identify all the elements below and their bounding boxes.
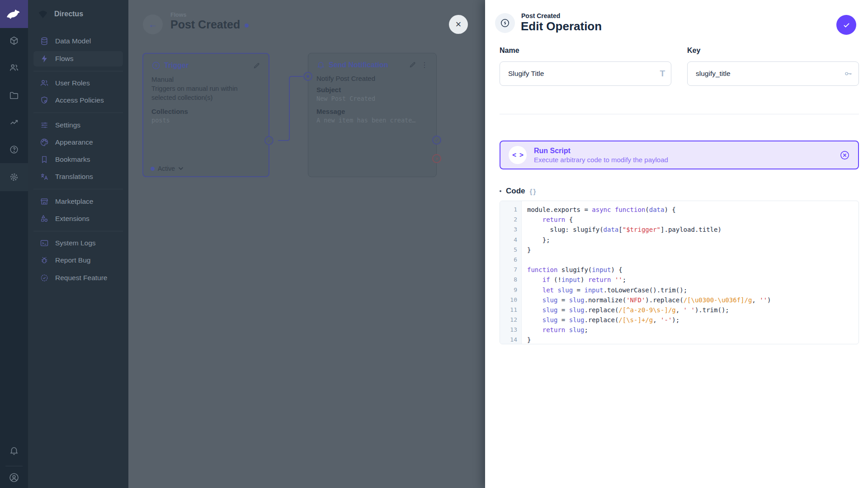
module-users-button[interactable] bbox=[0, 54, 28, 82]
divider bbox=[33, 71, 123, 71]
code-label: Code bbox=[506, 187, 525, 196]
rabbit-logo-icon bbox=[6, 8, 22, 20]
code-lines[interactable]: module.exports = async function(data) { … bbox=[522, 201, 771, 344]
module-bar bbox=[0, 0, 28, 488]
name-input[interactable] bbox=[500, 61, 671, 86]
unsaved-dot bbox=[245, 23, 249, 28]
flow-canvas[interactable]: ← Flows Post Created Trigger Manual Trig… bbox=[128, 0, 485, 488]
users-icon bbox=[40, 79, 49, 88]
module-content-button[interactable] bbox=[0, 27, 28, 55]
drawer-header-icon bbox=[495, 13, 515, 33]
edit-operation-drawer: Post Created Edit Operation Name T Key <… bbox=[485, 0, 868, 488]
sidebar-item-report-bug[interactable]: Report Bug bbox=[33, 253, 123, 268]
trigger-type: Manual bbox=[151, 75, 260, 83]
run-script-banner[interactable]: < > Run Script Execute arbitrary code to… bbox=[500, 141, 859, 169]
shapes-icon bbox=[40, 214, 49, 223]
trigger-card[interactable]: Trigger Manual Triggers on manual run wi… bbox=[142, 53, 269, 177]
project-name: Directus bbox=[54, 10, 83, 18]
bell-icon bbox=[9, 446, 19, 455]
status-dot bbox=[151, 167, 155, 171]
check-icon bbox=[842, 21, 851, 29]
sidebar-item-marketplace[interactable]: Marketplace bbox=[33, 194, 123, 209]
bell-icon bbox=[316, 61, 325, 69]
trigger-description: Triggers on manual run within selected c… bbox=[151, 84, 260, 102]
deselect-circle-x-icon[interactable] bbox=[840, 150, 850, 160]
code-editor[interactable]: 1234567891011121314 module.exports = asy… bbox=[500, 201, 859, 344]
directus-logo[interactable] bbox=[0, 0, 28, 28]
page-title: Post Created bbox=[170, 18, 249, 31]
bookmark-icon bbox=[40, 155, 49, 164]
module-files-button[interactable] bbox=[0, 81, 28, 109]
operation-card[interactable]: Send Notification ⋮ Notify Post Created … bbox=[308, 53, 437, 177]
close-icon: × bbox=[456, 19, 462, 30]
banner-subtitle: Execute arbitrary code to modify the pay… bbox=[534, 156, 668, 164]
sliders-icon bbox=[40, 121, 49, 130]
divider bbox=[500, 114, 859, 114]
sidebar-item-data-model[interactable]: Data Model bbox=[33, 33, 123, 49]
translate-icon bbox=[40, 172, 49, 181]
folder-icon bbox=[9, 90, 19, 100]
sidebar-item-request-feature[interactable]: Request Feature bbox=[33, 270, 123, 286]
key-label: Key bbox=[687, 47, 700, 55]
title-case-icon[interactable]: T bbox=[660, 69, 665, 79]
module-settings-button[interactable] bbox=[0, 163, 28, 191]
terminal-icon bbox=[40, 239, 49, 248]
module-insights-button[interactable] bbox=[0, 108, 28, 136]
code-brackets-icon: < > bbox=[509, 146, 527, 164]
chart-icon bbox=[9, 117, 19, 127]
name-field-wrap: T bbox=[500, 61, 671, 86]
flow-status-toggle[interactable]: Active bbox=[151, 165, 184, 172]
project-header[interactable]: Directus bbox=[28, 0, 128, 28]
edit-pencil-icon[interactable] bbox=[253, 62, 260, 70]
sidebar-item-bookmarks[interactable]: Bookmarks bbox=[33, 152, 123, 167]
divider bbox=[33, 113, 123, 113]
divider bbox=[33, 231, 123, 231]
project-fan-icon bbox=[37, 8, 49, 20]
save-button[interactable] bbox=[836, 15, 856, 35]
back-arrow-icon: ← bbox=[148, 19, 157, 30]
operation-name: Notify Post Created bbox=[316, 75, 428, 82]
sidebar-item-flows[interactable]: Flows bbox=[33, 51, 123, 66]
seal-check-icon bbox=[40, 273, 49, 282]
breadcrumb: Flows bbox=[170, 12, 186, 18]
key-input[interactable] bbox=[687, 61, 859, 86]
drawer-breadcrumb: Post Created bbox=[521, 12, 560, 19]
module-help-button[interactable] bbox=[0, 136, 28, 164]
sidebar-item-settings[interactable]: Settings bbox=[33, 117, 123, 133]
cross-icon: × bbox=[435, 156, 438, 161]
sidebar-item-system-logs[interactable]: System Logs bbox=[33, 235, 123, 251]
gear-icon bbox=[9, 172, 19, 182]
key-field-wrap bbox=[687, 61, 859, 86]
message-value: A new item has been create… bbox=[316, 117, 428, 124]
key-icon bbox=[844, 69, 853, 78]
bolt-icon bbox=[40, 54, 49, 63]
required-dot bbox=[500, 190, 501, 192]
resolve-port[interactable]: ✓ bbox=[432, 136, 441, 145]
notifications-button[interactable] bbox=[0, 436, 28, 465]
cube-icon bbox=[9, 36, 19, 46]
chevron-down-icon bbox=[178, 167, 184, 170]
shield-icon bbox=[40, 96, 49, 105]
check-icon: ✓ bbox=[434, 138, 439, 143]
sidebar-item-user-roles[interactable]: User Roles bbox=[33, 75, 123, 91]
input-port[interactable] bbox=[303, 72, 312, 81]
edit-pencil-icon[interactable] bbox=[409, 61, 416, 69]
kebab-menu-icon[interactable]: ⋮ bbox=[421, 61, 428, 69]
sidebar-item-appearance[interactable]: Appearance bbox=[33, 135, 123, 150]
sidebar-item-extensions[interactable]: Extensions bbox=[33, 211, 123, 226]
check-icon: ✓ bbox=[267, 138, 271, 143]
user-menu-button[interactable] bbox=[0, 464, 28, 488]
close-drawer-button[interactable]: × bbox=[449, 15, 468, 34]
palette-icon bbox=[40, 138, 49, 147]
name-label: Name bbox=[500, 47, 519, 55]
subject-value: New Post Created bbox=[316, 95, 428, 102]
bug-icon bbox=[40, 256, 49, 265]
drawer-title: Edit Operation bbox=[521, 19, 602, 33]
people-icon bbox=[9, 63, 19, 73]
back-button[interactable]: ← bbox=[143, 14, 163, 34]
sidebar-item-access-policies[interactable]: Access Policies bbox=[33, 93, 123, 108]
reject-port[interactable]: × bbox=[432, 154, 441, 163]
sidebar-item-translations[interactable]: Translations bbox=[33, 169, 123, 184]
database-icon bbox=[40, 37, 49, 46]
resolve-port[interactable]: ✓ bbox=[264, 136, 274, 145]
